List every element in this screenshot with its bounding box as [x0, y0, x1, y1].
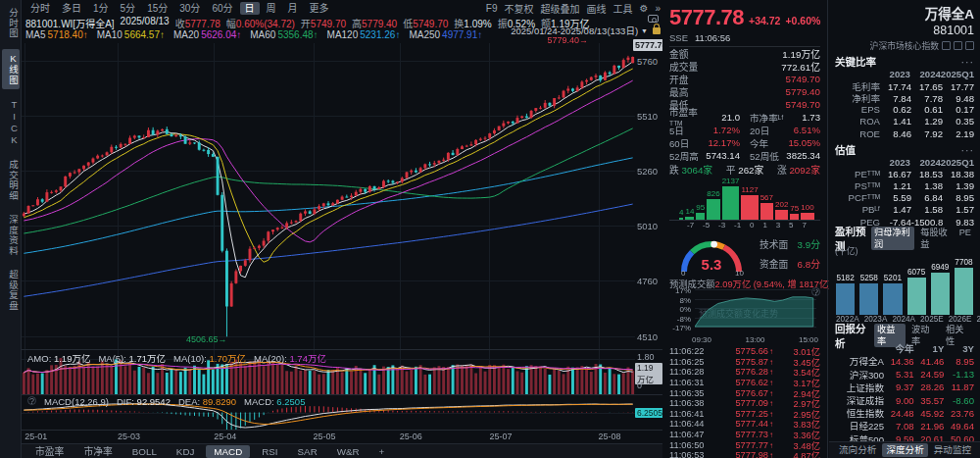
- quote-row-最高: 最高5779.40: [662, 85, 827, 98]
- add-icon[interactable]: [965, 41, 974, 50]
- histogram-tick: -1: [734, 221, 741, 230]
- macd-legend-item: MACD: 6.2505: [244, 396, 305, 407]
- forecast-y-tick: -8%: [669, 315, 691, 324]
- histogram-bar: 2137: [722, 177, 740, 220]
- gauge-max: 10: [735, 269, 744, 278]
- quote-field-开: 开5749.70: [301, 16, 346, 28]
- quote-row-成交量: 成交量772.61亿: [662, 60, 827, 73]
- earnings-tab-每股收益[interactable]: 每股收益: [917, 227, 954, 250]
- candlestick-chart[interactable]: [22, 43, 635, 349]
- section-title-盈利预测: 盈利预测归母净利润每股收益PE: [835, 231, 974, 244]
- gauge-score-资金面: 资金面6.8分: [760, 257, 820, 271]
- indicator-tab-SAR[interactable]: SAR: [290, 445, 325, 458]
- analysis-tab-流向分析[interactable]: 流向分析: [835, 443, 880, 457]
- histogram-bar: 826: [707, 189, 719, 220]
- macd-legend: ?MACD(12,26,9)DIF: 92.9542DEA: 89.8290MA…: [27, 396, 305, 407]
- histogram-tick: -5: [703, 221, 710, 230]
- indicator-tab-BOLL[interactable]: BOLL: [124, 445, 165, 458]
- gear-icon[interactable]: ⚙: [639, 3, 648, 14]
- analysis-bottom-tabs: 流向分析深度分析异动监控快讯: [829, 441, 980, 458]
- section-title-关键比率: 关键比率···: [835, 55, 974, 68]
- table-header: 202320242025Q1: [835, 156, 974, 168]
- tool-画线[interactable]: 画线: [586, 1, 606, 16]
- quote-field-振: 振0.52%: [498, 16, 535, 28]
- sidebar-item-超级复盘[interactable]: 超级复盘: [2, 266, 20, 315]
- quote-row-金额: 金额1.19万亿: [662, 47, 827, 60]
- period-tab-月[interactable]: 月: [283, 2, 303, 15]
- edit-icon[interactable]: [942, 41, 951, 50]
- period-tab-15分[interactable]: 15分: [142, 2, 172, 15]
- index-code: 881001: [835, 24, 974, 37]
- sidebar-item-成交明细[interactable]: 成交明细: [2, 156, 20, 205]
- quote-field-额: 额1.19万亿: [541, 16, 589, 28]
- more-icon[interactable]: ···: [961, 56, 975, 68]
- time-tick: 25-03: [118, 432, 140, 441]
- indicator-tab-W&R[interactable]: W&R: [329, 445, 368, 458]
- period-tab-分时[interactable]: 分时: [25, 2, 55, 15]
- ma-label-MA10: MA105664.57↑: [97, 29, 165, 42]
- expand-icon[interactable]: »: [655, 3, 661, 14]
- sidebar-item-分时图[interactable]: 分时图: [2, 4, 20, 43]
- screenshot-icon[interactable]: [648, 15, 659, 23]
- sidebar-item-K线图[interactable]: K线图: [2, 49, 20, 89]
- indicator-tab-KDJ[interactable]: KDJ: [169, 445, 203, 458]
- forecast-y-tick: 8%: [669, 296, 691, 305]
- tool-工具[interactable]: 工具: [612, 1, 632, 16]
- indicator-tab-市盈率[interactable]: 市盈率: [27, 445, 72, 458]
- add-indicator-icon[interactable]: +: [371, 445, 393, 458]
- vol-legend-item: MA(20): 1.74万亿: [254, 351, 326, 365]
- time-sales-list[interactable]: 11:06:225775.66↑3.01亿11:06:255775.87↑3.4…: [662, 346, 827, 458]
- earnings-tab-PE[interactable]: PE: [956, 227, 974, 250]
- period-tab-更多[interactable]: 更多: [305, 2, 334, 15]
- earnings-bar: 5182: [836, 274, 855, 315]
- analysis-tab-异动监控[interactable]: 异动监控: [930, 443, 975, 457]
- macd-legend-item: DEA: 89.8290: [178, 396, 236, 407]
- chart-icon[interactable]: [954, 41, 962, 50]
- table-row: PEᵀᵀᴹ16.6718.5318.38: [835, 168, 974, 179]
- period-tab-30分[interactable]: 30分: [174, 2, 205, 15]
- price-tick: 5510: [637, 111, 662, 122]
- sidebar-item-TICK[interactable]: TICK: [2, 95, 20, 150]
- time-tick: 25-08: [599, 432, 621, 441]
- indicator-tab-市净率[interactable]: 市净率: [75, 445, 120, 458]
- time-tick: 25-01: [24, 432, 47, 441]
- earnings-bar: 6075: [907, 268, 926, 315]
- period-tab-5分[interactable]: 5分: [116, 2, 141, 15]
- kline-panel: 分时多日1分5分15分30分60分日周月更多 F9不复权超级叠加画线工具⚙» 2…: [22, 0, 662, 458]
- analysis-tab-深度分析[interactable]: 深度分析: [882, 443, 927, 457]
- indicator-tab-RSI[interactable]: RSI: [254, 445, 285, 458]
- period-tab-周[interactable]: 周: [262, 2, 281, 15]
- help-icon[interactable]: ?: [27, 396, 36, 405]
- earnings-bar: 5258: [859, 274, 878, 316]
- returns-row-日经225: 日经2257.0821.9649.64: [835, 419, 974, 432]
- quote-summary-line: 881001.WI[万得全A]2025/08/13收5777.78幅0.60%(…: [25, 16, 590, 28]
- sidebar-item-深度资料[interactable]: 深度资料: [2, 211, 20, 260]
- histogram-axis: -7-5-3-101357: [669, 221, 820, 230]
- ma-label-MA20: MA205626.04↑: [173, 29, 241, 42]
- quote-field-高: 高5779.40: [352, 16, 397, 28]
- analytics-panel: 万得全A 881001 沪深市场核心指数 关键比率···202320242025…: [829, 0, 980, 458]
- period-tab-1分[interactable]: 1分: [88, 2, 114, 15]
- period-tab-多日[interactable]: 多日: [57, 2, 86, 15]
- tool-超级叠加[interactable]: 超级叠加: [540, 1, 579, 16]
- time-axis: 25-0125-0325-0425-0525-0625-0725-08: [22, 430, 662, 442]
- chart-toolbar: F9不复权超级叠加画线工具⚙»: [486, 1, 661, 16]
- advance-decline-histogram: 414958262137112756720275100: [669, 178, 820, 221]
- decliners-count: 3064家: [682, 165, 713, 176]
- table-row: PCFᵀᵀᴹ5.596.848.95: [835, 192, 974, 204]
- period-tab-日[interactable]: 日: [240, 2, 260, 15]
- forecast-y-tick: 17%: [669, 286, 691, 295]
- symbol-label: 881001.WI[万得全A]: [25, 16, 115, 28]
- quote-field-幅: 幅0.60%(34.72): [226, 16, 295, 28]
- macd-badge: 6.2505: [635, 408, 664, 418]
- tool-F9[interactable]: F9: [486, 3, 498, 14]
- earnings-tab-归母净利润[interactable]: 归母净利润: [871, 227, 914, 250]
- period-tab-60分[interactable]: 60分: [207, 2, 237, 15]
- indicator-tab-MACD[interactable]: MACD: [206, 445, 250, 458]
- tool-不复权[interactable]: 不复权: [504, 1, 533, 16]
- table-row: 净利率7.847.789.48: [835, 91, 974, 103]
- more-icon[interactable]: ···: [961, 144, 975, 156]
- ratio-row: 5日1.72%20日6.51%: [662, 124, 827, 136]
- volume-legend: AMO: 1.19万亿MA(5): 1.71万亿MA(10): 1.70万亿MA…: [27, 351, 326, 365]
- high-price-label: 5779.40→: [547, 35, 588, 45]
